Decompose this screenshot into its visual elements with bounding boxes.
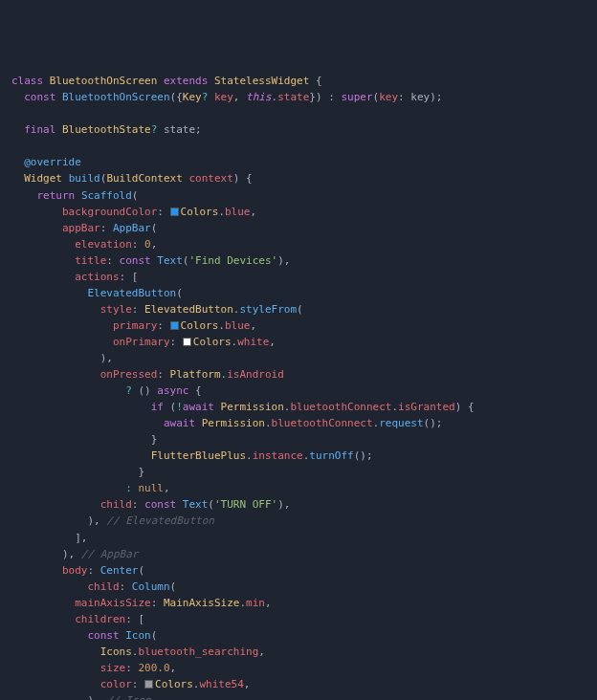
code-line: await Permission.bluetoothConnect.reques… (11, 415, 586, 431)
code-line: return Scaffold( (11, 187, 586, 204)
code-line: ], (11, 530, 586, 546)
code-line: child: const Text('TURN OFF'), (11, 496, 586, 513)
color-swatch-white (183, 338, 191, 346)
code-line (11, 138, 586, 154)
code-line: appBar: AppBar( (11, 220, 586, 236)
code-line: actions: [ (11, 269, 586, 285)
code-line: elevation: 0, (11, 236, 586, 252)
code-line: onPrimary: Colors.white, (11, 334, 586, 350)
code-line: if (!await Permission.bluetoothConnect.i… (11, 399, 586, 415)
code-line: color: Colors.white54, (11, 676, 586, 692)
code-line: } (11, 464, 586, 480)
code-line: FlutterBluePlus.instance.turnOff(); (11, 448, 586, 464)
code-line: ), // AppBar (11, 546, 586, 562)
code-line: ), // Icon (11, 692, 586, 700)
code-line: title: const Text('Find Devices'), (11, 252, 586, 269)
color-swatch-blue (170, 321, 179, 330)
code-line: ), // ElevatedButton (11, 513, 586, 529)
code-line: } (11, 431, 586, 448)
code-line: body: Center( (11, 562, 586, 579)
code-line: onPressed: Platform.isAndroid (11, 366, 586, 383)
color-swatch-white54 (144, 680, 153, 689)
code-line: Icons.bluetooth_searching, (11, 644, 586, 660)
color-swatch-blue (170, 208, 179, 216)
code-line (11, 105, 586, 121)
code-line: ), (11, 350, 586, 366)
code-line: child: Column( (11, 579, 586, 595)
code-line: Widget build(BuildContext context) { (11, 170, 586, 186)
code-line: ElevatedButton( (11, 285, 586, 301)
code-line: final BluetoothState? state; (11, 121, 586, 138)
code-line: const Icon( (11, 627, 586, 644)
code-line: backgroundColor: Colors.blue, (11, 204, 586, 220)
code-line: ? () async { (11, 383, 586, 399)
code-line: primary: Colors.blue, (11, 317, 586, 334)
code-line: style: ElevatedButton.styleFrom( (11, 301, 586, 317)
code-line: mainAxisSize: MainAxisSize.min, (11, 595, 586, 611)
code-editor[interactable]: class BluetoothOnScreen extends Stateles… (11, 73, 586, 700)
code-line: const BluetoothOnScreen({Key? key, this.… (11, 89, 586, 105)
code-line: size: 200.0, (11, 660, 586, 676)
code-line: class BluetoothOnScreen extends Stateles… (11, 73, 586, 89)
code-line: : null, (11, 480, 586, 496)
code-line: @override (11, 154, 586, 170)
code-line: children: [ (11, 611, 586, 627)
